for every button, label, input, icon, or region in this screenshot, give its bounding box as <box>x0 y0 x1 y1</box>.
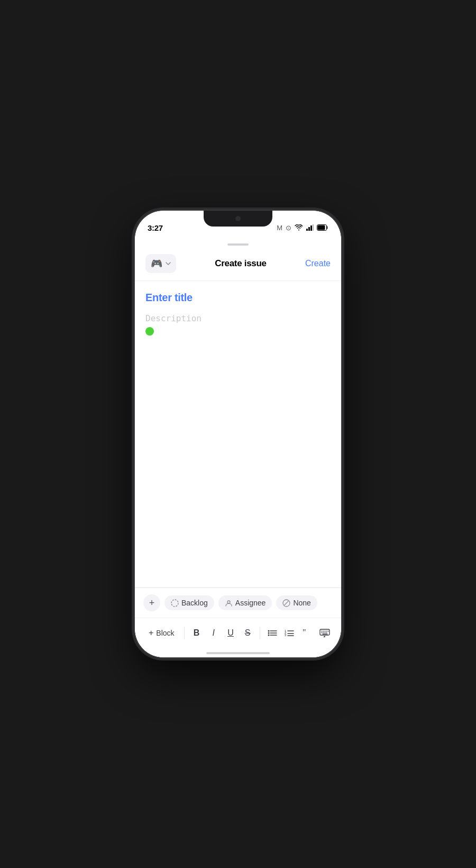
backlog-label: Backlog <box>181 599 208 607</box>
svg-point-11 <box>268 632 270 634</box>
numbered-list-icon: 1 2 3 <box>285 629 294 637</box>
battery-icon <box>317 224 328 231</box>
phone-screen: 3:27 M ⊙ <box>135 211 341 657</box>
backlog-chip[interactable]: Backlog <box>164 595 214 610</box>
gmail-icon: M <box>277 224 282 232</box>
italic-button[interactable]: I <box>206 623 222 643</box>
formatting-bar: + Block B I U S <box>135 618 341 648</box>
svg-point-6 <box>171 600 178 607</box>
svg-rect-3 <box>313 224 314 231</box>
svg-rect-1 <box>308 227 310 231</box>
chevron-down-icon <box>166 262 171 265</box>
numbered-list-button[interactable]: 1 2 3 <box>281 623 297 643</box>
svg-point-10 <box>268 630 270 632</box>
plus-icon: + <box>149 628 153 638</box>
quote-icon: " <box>302 629 312 637</box>
block-label: Block <box>156 629 174 637</box>
home-bar <box>206 652 270 654</box>
svg-rect-2 <box>310 225 312 231</box>
strikethrough-icon: S <box>245 628 251 638</box>
wifi-icon <box>295 224 303 231</box>
pull-handle <box>135 237 341 250</box>
form-area <box>135 281 341 587</box>
instagram-icon: ⊙ <box>286 224 291 232</box>
svg-rect-0 <box>306 229 308 231</box>
bold-button[interactable]: B <box>188 623 204 643</box>
assignee-chip[interactable]: Assignee <box>218 595 272 610</box>
keyboard-dismiss-button[interactable] <box>317 623 333 643</box>
signal-icon <box>306 224 314 231</box>
underline-button[interactable]: U <box>223 623 239 643</box>
format-divider-1 <box>184 627 185 639</box>
add-chip-button[interactable]: + <box>143 594 160 611</box>
bottom-chips: + Backlog Assignee <box>135 588 341 618</box>
svg-line-9 <box>285 601 289 605</box>
notch <box>204 211 272 227</box>
notch-camera <box>235 216 241 221</box>
svg-text:3: 3 <box>285 634 287 637</box>
status-bar: 3:27 M ⊙ <box>135 211 341 237</box>
status-icons: M ⊙ <box>277 224 328 232</box>
svg-point-12 <box>268 635 270 636</box>
quote-button[interactable]: " <box>299 623 315 643</box>
italic-icon: I <box>213 628 215 638</box>
bottom-section: + Backlog Assignee <box>135 587 341 657</box>
pull-handle-bar <box>227 243 249 246</box>
format-divider-2 <box>260 627 260 639</box>
bullet-list-button[interactable] <box>264 623 280 643</box>
home-indicator <box>135 648 341 657</box>
project-icon: 🎮 <box>151 258 162 269</box>
underline-icon: U <box>227 628 234 638</box>
assignee-label: Assignee <box>235 599 266 607</box>
header: 🎮 Create issue Create <box>135 250 341 281</box>
create-button[interactable]: Create <box>305 257 331 270</box>
app-content: 🎮 Create issue Create <box>135 237 341 657</box>
none-icon <box>282 599 290 607</box>
keyboard-icon <box>319 629 330 637</box>
description-input[interactable] <box>145 312 331 524</box>
project-selector[interactable]: 🎮 <box>145 254 176 273</box>
none-label: None <box>293 599 310 607</box>
priority-chip[interactable]: None <box>276 595 317 610</box>
assignee-icon <box>225 599 233 607</box>
add-block-button[interactable]: + Block <box>143 625 180 641</box>
strikethrough-button[interactable]: S <box>240 623 255 643</box>
svg-text:": " <box>303 629 306 637</box>
description-area <box>145 312 331 526</box>
bold-icon: B <box>194 628 200 638</box>
page-title: Create issue <box>215 258 267 269</box>
backlog-icon <box>171 599 179 607</box>
bullet-list-icon <box>268 629 277 637</box>
svg-point-7 <box>227 601 230 603</box>
title-input[interactable] <box>145 292 331 304</box>
status-time: 3:27 <box>148 223 163 232</box>
svg-rect-5 <box>318 225 325 230</box>
phone-frame: 3:27 M ⊙ <box>135 211 341 657</box>
